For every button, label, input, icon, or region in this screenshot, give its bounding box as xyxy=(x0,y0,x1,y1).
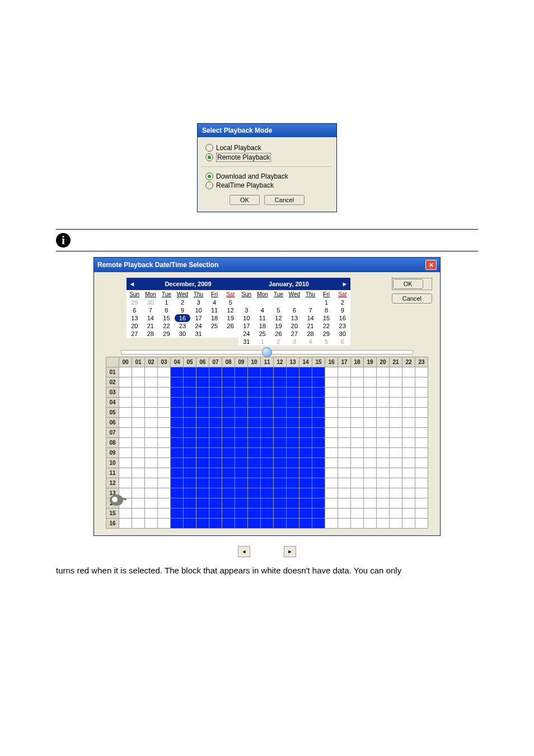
next-month-button[interactable]: ► xyxy=(339,279,350,289)
grid-cell[interactable] xyxy=(248,448,261,458)
calendar-day[interactable]: 30 xyxy=(143,298,159,306)
grid-cell[interactable] xyxy=(184,438,196,448)
grid-cell[interactable] xyxy=(184,508,196,519)
grid-cell[interactable] xyxy=(377,428,390,438)
calendar-day[interactable]: 27 xyxy=(287,330,303,338)
grid-cell[interactable] xyxy=(274,519,287,529)
grid-cell[interactable] xyxy=(377,498,390,508)
grid-cell[interactable] xyxy=(222,448,235,458)
grid-cell[interactable] xyxy=(158,398,171,408)
grid-cell[interactable] xyxy=(299,488,312,498)
grid-cell[interactable] xyxy=(287,448,299,458)
grid-cell[interactable] xyxy=(364,458,377,468)
grid-cell[interactable] xyxy=(184,367,196,377)
grid-cell[interactable] xyxy=(338,408,351,418)
grid-cell[interactable] xyxy=(390,418,402,428)
grid-cell[interactable] xyxy=(274,418,287,428)
grid-cell[interactable] xyxy=(325,398,338,408)
grid-cell[interactable] xyxy=(222,519,235,529)
grid-cell[interactable] xyxy=(312,438,325,448)
grid-cell[interactable] xyxy=(338,418,351,428)
grid-cell[interactable] xyxy=(390,498,402,508)
grid-cell[interactable] xyxy=(325,458,338,468)
grid-cell[interactable] xyxy=(196,448,209,458)
grid-cell[interactable] xyxy=(415,498,428,508)
grid-cell[interactable] xyxy=(274,478,287,488)
grid-cell[interactable] xyxy=(145,428,158,438)
grid-cell[interactable] xyxy=(158,468,171,478)
calendar-day[interactable]: 14 xyxy=(143,314,159,322)
grid-cell[interactable] xyxy=(415,388,428,398)
grid-cell[interactable] xyxy=(171,388,184,398)
grid-cell[interactable] xyxy=(377,408,390,418)
grid-cell[interactable] xyxy=(351,498,364,508)
grid-cell[interactable] xyxy=(351,519,364,529)
calendar-day[interactable]: 16 xyxy=(175,314,191,322)
calendar-day[interactable]: 2 xyxy=(334,298,350,306)
calendar-day[interactable]: 8 xyxy=(158,306,175,314)
grid-cell[interactable] xyxy=(299,478,312,488)
grid-cell[interactable] xyxy=(145,468,158,478)
calendar-day[interactable]: 19 xyxy=(222,314,238,322)
grid-cell[interactable] xyxy=(325,488,338,498)
grid-cell[interactable] xyxy=(145,418,158,428)
grid-cell[interactable] xyxy=(274,367,287,377)
calendar-day[interactable]: 14 xyxy=(302,314,318,322)
grid-cell[interactable] xyxy=(196,408,209,418)
calendar-day[interactable]: 20 xyxy=(127,322,143,330)
grid-cell[interactable] xyxy=(248,398,261,408)
grid-cell[interactable] xyxy=(222,367,235,377)
calendar-day[interactable]: 7 xyxy=(143,306,159,314)
grid-cell[interactable] xyxy=(235,367,248,377)
grid-cell[interactable] xyxy=(132,418,145,428)
grid-cell[interactable] xyxy=(145,408,158,418)
calendar-day[interactable]: 22 xyxy=(318,322,335,330)
grid-cell[interactable] xyxy=(377,377,390,388)
grid-cell[interactable] xyxy=(390,398,402,408)
grid-cell[interactable] xyxy=(145,478,158,488)
grid-cell[interactable] xyxy=(377,508,390,519)
grid-cell[interactable] xyxy=(222,438,235,448)
grid-cell[interactable] xyxy=(299,508,312,519)
grid-cell[interactable] xyxy=(364,519,377,529)
grid-cell[interactable] xyxy=(415,408,428,418)
grid-cell[interactable] xyxy=(196,377,209,388)
grid-cell[interactable] xyxy=(132,458,145,468)
grid-cell[interactable] xyxy=(364,508,377,519)
grid-cell[interactable] xyxy=(132,398,145,408)
calendar-day[interactable]: 11 xyxy=(255,314,271,322)
calendar-day[interactable]: 4 xyxy=(255,306,271,314)
grid-cell[interactable] xyxy=(325,388,338,398)
grid-cell[interactable] xyxy=(351,458,364,468)
grid-cell[interactable] xyxy=(312,448,325,458)
grid-cell[interactable] xyxy=(158,377,171,388)
grid-cell[interactable] xyxy=(145,448,158,458)
grid-cell[interactable] xyxy=(402,519,415,529)
local-playback-radio[interactable]: Local Playback xyxy=(205,144,329,152)
grid-cell[interactable] xyxy=(312,377,325,388)
remote-playback-radio[interactable]: Remote Playback xyxy=(205,153,329,162)
grid-cell[interactable] xyxy=(299,468,312,478)
grid-cell[interactable] xyxy=(274,428,287,438)
grid-cell[interactable] xyxy=(390,448,402,458)
grid-cell[interactable] xyxy=(171,428,184,438)
grid-cell[interactable] xyxy=(415,428,428,438)
calendar-day[interactable]: 25 xyxy=(207,322,223,330)
grid-cell[interactable] xyxy=(222,408,235,418)
calendar-day[interactable]: 30 xyxy=(175,330,191,338)
grid-cell[interactable] xyxy=(248,498,261,508)
calendar-day[interactable]: 5 xyxy=(270,306,287,314)
grid-cell[interactable] xyxy=(402,478,415,488)
grid-cell[interactable] xyxy=(261,488,274,498)
grid-cell[interactable] xyxy=(338,438,351,448)
calendar-day[interactable]: 4 xyxy=(302,338,318,346)
grid-cell[interactable] xyxy=(274,488,287,498)
grid-cell[interactable] xyxy=(402,508,415,519)
calendar-day[interactable]: 27 xyxy=(127,330,143,338)
grid-cell[interactable] xyxy=(364,418,377,428)
grid-cell[interactable] xyxy=(364,367,377,377)
grid-cell[interactable] xyxy=(132,438,145,448)
grid-cell[interactable] xyxy=(338,468,351,478)
grid-cell[interactable] xyxy=(248,478,261,488)
grid-cell[interactable] xyxy=(351,367,364,377)
